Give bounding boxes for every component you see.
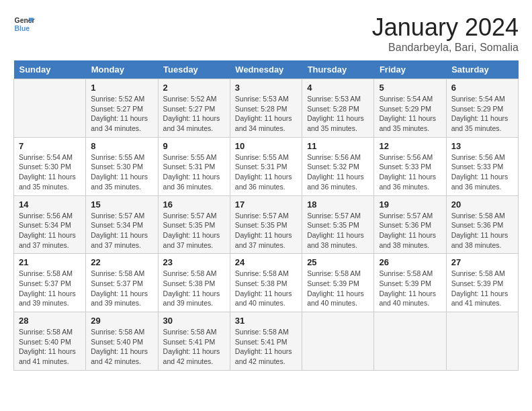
day-number: 24 (235, 257, 297, 267)
day-info: Sunrise: 5:52 AMSunset: 5:27 PMDaylight:… (163, 94, 225, 134)
day-number: 4 (307, 83, 369, 93)
month-title: January 2024 (372, 13, 519, 42)
day-number: 6 (451, 83, 513, 93)
day-number: 13 (451, 141, 513, 151)
table-row: 26Sunrise: 5:58 AMSunset: 5:39 PMDayligh… (374, 254, 446, 312)
week-row-4: 21Sunrise: 5:58 AMSunset: 5:37 PMDayligh… (14, 254, 519, 312)
day-info: Sunrise: 5:58 AMSunset: 5:38 PMDaylight:… (163, 269, 225, 308)
day-header-thursday: Thursday (302, 60, 374, 79)
table-row: 7Sunrise: 5:54 AMSunset: 5:30 PMDaylight… (14, 137, 86, 195)
day-number: 10 (235, 141, 297, 151)
week-row-5: 28Sunrise: 5:58 AMSunset: 5:40 PMDayligh… (14, 312, 519, 371)
day-info: Sunrise: 5:56 AMSunset: 5:32 PMDaylight:… (307, 152, 369, 192)
day-info: Sunrise: 5:58 AMSunset: 5:39 PMDaylight:… (379, 269, 441, 308)
day-header-tuesday: Tuesday (158, 60, 230, 79)
table-row: 21Sunrise: 5:58 AMSunset: 5:37 PMDayligh… (14, 254, 86, 312)
week-row-1: 1Sunrise: 5:52 AMSunset: 5:27 PMDaylight… (14, 79, 519, 138)
day-number: 17 (235, 199, 297, 210)
day-number: 5 (379, 83, 441, 93)
day-info: Sunrise: 5:57 AMSunset: 5:35 PMDaylight:… (235, 211, 297, 250)
day-info: Sunrise: 5:56 AMSunset: 5:33 PMDaylight:… (379, 152, 441, 192)
day-info: Sunrise: 5:58 AMSunset: 5:40 PMDaylight:… (19, 327, 81, 367)
day-number: 26 (379, 257, 441, 267)
day-header-sunday: Sunday (14, 60, 86, 79)
table-row: 24Sunrise: 5:58 AMSunset: 5:38 PMDayligh… (230, 254, 302, 312)
table-row: 22Sunrise: 5:58 AMSunset: 5:37 PMDayligh… (86, 254, 158, 312)
table-row: 10Sunrise: 5:55 AMSunset: 5:31 PMDayligh… (230, 137, 302, 195)
day-info: Sunrise: 5:55 AMSunset: 5:31 PMDaylight:… (163, 152, 225, 192)
day-number: 3 (235, 83, 297, 93)
table-row: 27Sunrise: 5:58 AMSunset: 5:39 PMDayligh… (446, 254, 518, 312)
day-info: Sunrise: 5:58 AMSunset: 5:40 PMDaylight:… (91, 327, 152, 367)
day-number: 11 (307, 141, 369, 151)
day-number: 21 (19, 257, 81, 267)
day-info: Sunrise: 5:57 AMSunset: 5:36 PMDaylight:… (379, 211, 441, 250)
page-header: General Blue January 2024 Bandarbeyla, B… (13, 13, 519, 54)
table-row: 29Sunrise: 5:58 AMSunset: 5:40 PMDayligh… (86, 312, 158, 371)
table-row: 9Sunrise: 5:55 AMSunset: 5:31 PMDaylight… (158, 137, 230, 195)
calendar-table: SundayMondayTuesdayWednesdayThursdayFrid… (13, 60, 519, 371)
table-row: 25Sunrise: 5:58 AMSunset: 5:39 PMDayligh… (302, 254, 374, 312)
table-row: 5Sunrise: 5:54 AMSunset: 5:29 PMDaylight… (374, 79, 446, 138)
day-info: Sunrise: 5:58 AMSunset: 5:41 PMDaylight:… (163, 327, 225, 367)
day-number: 30 (163, 316, 225, 326)
day-info: Sunrise: 5:53 AMSunset: 5:28 PMDaylight:… (307, 94, 369, 134)
day-number: 1 (91, 83, 152, 93)
week-row-3: 14Sunrise: 5:56 AMSunset: 5:34 PMDayligh… (14, 195, 519, 254)
day-info: Sunrise: 5:58 AMSunset: 5:39 PMDaylight:… (307, 269, 369, 308)
day-number: 15 (91, 199, 152, 210)
day-header-monday: Monday (86, 60, 158, 79)
day-info: Sunrise: 5:57 AMSunset: 5:34 PMDaylight:… (91, 211, 152, 250)
table-row (14, 79, 86, 138)
table-row: 11Sunrise: 5:56 AMSunset: 5:32 PMDayligh… (302, 137, 374, 195)
day-info: Sunrise: 5:54 AMSunset: 5:30 PMDaylight:… (19, 152, 81, 192)
day-number: 18 (307, 199, 369, 210)
location: Bandarbeyla, Bari, Somalia (372, 42, 519, 54)
day-number: 19 (379, 199, 441, 210)
day-info: Sunrise: 5:55 AMSunset: 5:30 PMDaylight:… (91, 152, 152, 192)
table-row: 19Sunrise: 5:57 AMSunset: 5:36 PMDayligh… (374, 195, 446, 254)
day-header-saturday: Saturday (446, 60, 518, 79)
table-row: 31Sunrise: 5:58 AMSunset: 5:41 PMDayligh… (230, 312, 302, 371)
table-row (374, 312, 446, 371)
day-info: Sunrise: 5:55 AMSunset: 5:31 PMDaylight:… (235, 152, 297, 192)
table-row: 1Sunrise: 5:52 AMSunset: 5:27 PMDaylight… (86, 79, 158, 138)
day-info: Sunrise: 5:54 AMSunset: 5:29 PMDaylight:… (451, 94, 513, 134)
day-number: 9 (163, 141, 225, 151)
week-row-2: 7Sunrise: 5:54 AMSunset: 5:30 PMDaylight… (14, 137, 519, 195)
day-header-wednesday: Wednesday (230, 60, 302, 79)
table-row: 30Sunrise: 5:58 AMSunset: 5:41 PMDayligh… (158, 312, 230, 371)
day-info: Sunrise: 5:52 AMSunset: 5:27 PMDaylight:… (91, 94, 152, 134)
table-row: 4Sunrise: 5:53 AMSunset: 5:28 PMDaylight… (302, 79, 374, 138)
day-number: 29 (91, 316, 152, 326)
day-number: 12 (379, 141, 441, 151)
title-section: January 2024 Bandarbeyla, Bari, Somalia (372, 13, 519, 54)
day-info: Sunrise: 5:56 AMSunset: 5:33 PMDaylight:… (451, 152, 513, 192)
day-info: Sunrise: 5:58 AMSunset: 5:39 PMDaylight:… (451, 269, 513, 308)
table-row (446, 312, 518, 371)
table-row: 28Sunrise: 5:58 AMSunset: 5:40 PMDayligh… (14, 312, 86, 371)
table-row: 6Sunrise: 5:54 AMSunset: 5:29 PMDaylight… (446, 79, 518, 138)
day-info: Sunrise: 5:58 AMSunset: 5:36 PMDaylight:… (451, 211, 513, 250)
day-info: Sunrise: 5:58 AMSunset: 5:41 PMDaylight:… (235, 327, 297, 367)
day-number: 16 (163, 199, 225, 210)
logo-icon: General Blue (13, 13, 35, 35)
day-info: Sunrise: 5:57 AMSunset: 5:35 PMDaylight:… (307, 211, 369, 250)
day-header-friday: Friday (374, 60, 446, 79)
calendar-body: 1Sunrise: 5:52 AMSunset: 5:27 PMDaylight… (14, 79, 519, 371)
table-row: 8Sunrise: 5:55 AMSunset: 5:30 PMDaylight… (86, 137, 158, 195)
table-row (302, 312, 374, 371)
table-row: 17Sunrise: 5:57 AMSunset: 5:35 PMDayligh… (230, 195, 302, 254)
table-row: 2Sunrise: 5:52 AMSunset: 5:27 PMDaylight… (158, 79, 230, 138)
table-row: 3Sunrise: 5:53 AMSunset: 5:28 PMDaylight… (230, 79, 302, 138)
day-info: Sunrise: 5:58 AMSunset: 5:38 PMDaylight:… (235, 269, 297, 308)
day-number: 31 (235, 316, 297, 326)
day-number: 14 (19, 199, 81, 210)
day-number: 25 (307, 257, 369, 267)
table-row: 23Sunrise: 5:58 AMSunset: 5:38 PMDayligh… (158, 254, 230, 312)
table-row: 14Sunrise: 5:56 AMSunset: 5:34 PMDayligh… (14, 195, 86, 254)
table-row: 15Sunrise: 5:57 AMSunset: 5:34 PMDayligh… (86, 195, 158, 254)
table-row: 13Sunrise: 5:56 AMSunset: 5:33 PMDayligh… (446, 137, 518, 195)
day-number: 23 (163, 257, 225, 267)
day-number: 28 (19, 316, 81, 326)
